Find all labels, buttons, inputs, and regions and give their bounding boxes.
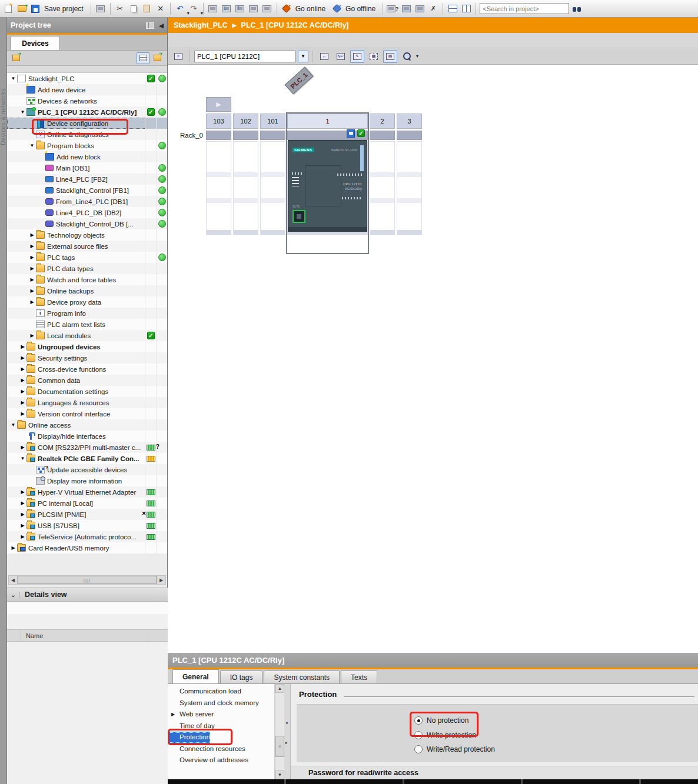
tree-item[interactable]: ▶Documentation settings	[7, 386, 167, 397]
find-in-project-icon[interactable]	[571, 3, 583, 15]
tree-item[interactable]: ▶Device proxy data	[7, 296, 167, 308]
radio-no-protection[interactable]: No protection	[414, 716, 468, 725]
copy-icon[interactable]	[128, 3, 139, 15]
expanded-arrow-icon[interactable]: ▼	[19, 456, 26, 461]
topology-view-icon[interactable]: ⌗	[171, 50, 185, 63]
tree-item[interactable]: ▼PLC_1 [CPU 1212C AC/DC/Rly]✓	[7, 106, 167, 118]
collapsed-arrow-icon[interactable]: ▶	[28, 243, 36, 249]
nav-item-communication-load[interactable]: Communication load	[168, 686, 274, 698]
search-input[interactable]	[480, 3, 569, 14]
tab-general[interactable]: General	[172, 669, 219, 683]
nav-item-time-of-day[interactable]: Time of day	[168, 720, 274, 732]
tree-item[interactable]: From_Line4_PLC [DB1]	[7, 196, 167, 207]
tree-item[interactable]: ▼Realtek PCIe GBE Family Con...	[7, 453, 167, 464]
tree-item[interactable]: ▶Local modules✓	[7, 330, 167, 341]
expanded-arrow-icon[interactable]: ▼	[9, 76, 17, 81]
compile-icon[interactable]	[207, 3, 219, 15]
radio-button-icon[interactable]	[414, 745, 423, 753]
tree-item[interactable]: ▶Hyper-V Virtual Ethernet Adapter	[7, 486, 167, 498]
collapse-panel-icon[interactable]: ◀	[159, 22, 164, 29]
radio-write-read-protection[interactable]: Write/Read protection	[414, 745, 495, 753]
slot-header[interactable]: 101	[260, 114, 285, 129]
collapsed-arrow-icon[interactable]: ▶	[19, 378, 26, 383]
tree-item[interactable]: ▶PLC tags	[7, 252, 167, 263]
tree-item[interactable]: ▶PLC data types	[7, 263, 167, 274]
tree-horizontal-scrollbar[interactable]: ◀ |||| ▶	[8, 575, 166, 585]
stop-cpu-icon[interactable]	[261, 3, 273, 15]
open-project-icon[interactable]	[16, 3, 28, 15]
radio-button-icon[interactable]	[414, 716, 423, 725]
collapsed-arrow-icon[interactable]: ▶	[171, 709, 175, 720]
nav-item-system-and-clock-memory[interactable]: System and clock memory	[168, 698, 274, 709]
stop-simulation-icon[interactable]	[414, 3, 426, 15]
device-view-canvas[interactable]: PLC_1 ▶ Rack_0 103102101123 ✓ SIEMENS SI…	[168, 65, 698, 642]
collapsed-arrow-icon[interactable]: ▶	[19, 400, 26, 405]
tree-item[interactable]: Online & diagnostics	[7, 129, 167, 140]
tree-item[interactable]: ▶External source files	[7, 241, 167, 252]
accessible-devices-icon[interactable]: ?	[387, 3, 398, 15]
tree-item[interactable]: ▼Online access	[7, 419, 167, 431]
device-select-dropdown-icon[interactable]: ▼	[298, 51, 308, 62]
rack-expand-icon[interactable]: ▶	[206, 97, 231, 112]
device-select[interactable]: PLC_1 [CPU 1212C]	[194, 51, 295, 62]
details-view-header[interactable]: ⌄ Details view	[7, 588, 168, 602]
tree-item[interactable]: ▶Online backups	[7, 285, 167, 296]
go-offline-button[interactable]: Go offline	[345, 5, 375, 13]
tree-item[interactable]: Add new block	[7, 151, 167, 162]
expanded-arrow-icon[interactable]: ▼	[9, 422, 17, 428]
breadcrumb-project[interactable]: Stacklight_PLC	[174, 21, 228, 29]
tree-item[interactable]: ▶Ungrouped devices	[7, 341, 167, 352]
go-offline-icon[interactable]	[331, 3, 343, 15]
tree-item[interactable]: ▶PLCSIM [PN/IE]	[7, 509, 167, 520]
radio-write-protection[interactable]: Write protection	[414, 731, 476, 739]
slot-header[interactable]: 1	[287, 114, 368, 129]
cross-references-icon[interactable]: ✗	[427, 3, 439, 15]
slot-cell[interactable]	[397, 141, 422, 235]
tree-item[interactable]: ▶Security settings	[7, 352, 167, 363]
tree-item[interactable]: ▶Version control interface	[7, 408, 167, 419]
breadcrumb-device[interactable]: PLC_1 [CPU 1212C AC/DC/Rly]	[241, 21, 349, 29]
tree-filter-icon[interactable]	[9, 52, 22, 64]
zoom-icon[interactable]	[400, 50, 414, 63]
scroll-left-icon[interactable]: ◀	[9, 576, 18, 584]
tree-item[interactable]: PLC alarm text lists	[7, 319, 167, 330]
scroll-thumb[interactable]: ≡	[275, 736, 284, 757]
cut-icon[interactable]: ✂	[114, 3, 126, 15]
collapsed-arrow-icon[interactable]: ▶	[19, 344, 26, 349]
radio-button-icon[interactable]	[414, 731, 423, 739]
nav-item-overview-of-addresses[interactable]: Overview of addresses	[168, 755, 274, 766]
vertical-split-icon[interactable]	[460, 3, 472, 15]
tree-item[interactable]: Program info	[7, 308, 167, 319]
start-simulation-icon[interactable]	[400, 3, 412, 15]
collapsed-arrow-icon[interactable]: ▶	[9, 545, 17, 551]
tab-system-constants[interactable]: System constants	[264, 670, 340, 683]
delete-icon[interactable]: ✕	[155, 3, 167, 15]
tree-item[interactable]: Display more information	[7, 475, 167, 486]
redo-icon[interactable]: ↷	[188, 3, 200, 15]
tree-item[interactable]: Display/hide interfaces	[7, 431, 167, 442]
tree-item[interactable]: ▼Stacklight_PLC✓	[7, 73, 167, 84]
tree-item[interactable]: Devices & networks	[7, 95, 167, 106]
collapsed-arrow-icon[interactable]: ▶	[28, 299, 36, 305]
slot-header[interactable]: 2	[370, 114, 395, 129]
tree-item[interactable]: Main [OB1]	[7, 162, 167, 174]
slot-cell[interactable]	[233, 141, 258, 235]
device-tag[interactable]: PLC_1	[285, 66, 314, 94]
tree-sort-icon[interactable]	[151, 52, 164, 64]
table-view-icon[interactable]: ▤	[383, 50, 397, 63]
tree-item[interactable]: Device configuration	[7, 118, 167, 129]
show-labels-icon[interactable]: N↵	[334, 50, 348, 63]
save-project-button[interactable]: Save project	[44, 5, 84, 13]
scroll-down-icon[interactable]: ▼	[275, 770, 284, 779]
save-project-icon[interactable]	[29, 3, 41, 15]
tab-io-tags[interactable]: IO tags	[220, 670, 263, 683]
collapsed-arrow-icon[interactable]: ▶	[19, 489, 26, 495]
expanded-arrow-icon[interactable]: ▼	[19, 109, 26, 115]
slot-header[interactable]: 102	[233, 114, 258, 129]
panel-windows-icon[interactable]	[146, 22, 154, 29]
collapsed-arrow-icon[interactable]: ▶	[28, 232, 36, 238]
tree-item[interactable]: ▶PC internal [Local]	[7, 498, 167, 509]
horizontal-split-icon[interactable]	[447, 3, 458, 15]
task-card-strip[interactable]: Devices & networks	[0, 18, 7, 784]
nav-item-web-server[interactable]: ▶Web server	[168, 709, 274, 720]
